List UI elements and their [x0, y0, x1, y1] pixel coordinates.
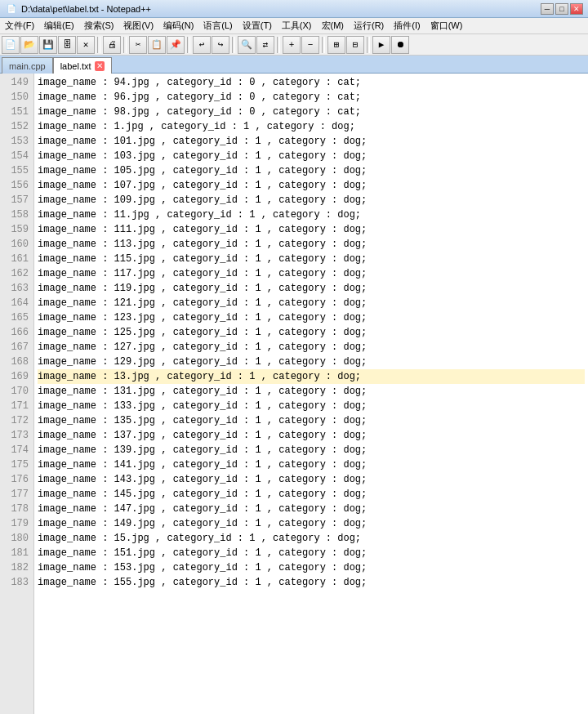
- code-line-179: image_name : 149.jpg , category_id : 1 ,…: [38, 516, 585, 531]
- menu-item-n[interactable]: 编码(N): [158, 18, 198, 33]
- title-controls: ─ □ ✕: [541, 3, 583, 15]
- code-line-174: image_name : 139.jpg , category_id : 1 ,…: [38, 443, 585, 457]
- code-line-175: image_name : 141.jpg , category_id : 1 ,…: [38, 457, 585, 472]
- title-bar: 📄 D:\data\pet\label.txt - Notepad++ ─ □ …: [0, 0, 588, 18]
- line-number-178: 178: [0, 502, 33, 516]
- menu-item-t[interactable]: 设置(T): [238, 18, 277, 33]
- close-button2[interactable]: ✕: [77, 36, 95, 54]
- tab-bar: main.cpp label.txt ✕: [0, 56, 588, 74]
- zoom-in-button[interactable]: +: [283, 36, 301, 54]
- copy-button[interactable]: 📋: [148, 36, 166, 54]
- line-number-161: 161: [0, 252, 33, 266]
- menu-item-x[interactable]: 工具(X): [277, 18, 317, 33]
- code-line-170: image_name : 131.jpg , category_id : 1 ,…: [38, 384, 585, 399]
- line-number-171: 171: [0, 399, 33, 413]
- new-button[interactable]: 📄: [2, 36, 20, 54]
- line-number-151: 151: [0, 105, 33, 119]
- undo-button[interactable]: ↩: [193, 36, 211, 54]
- menu-item-l[interactable]: 语言(L): [198, 18, 237, 33]
- line-number-166: 166: [0, 325, 33, 340]
- line-number-168: 168: [0, 355, 33, 369]
- replace-button[interactable]: ⇄: [256, 36, 274, 54]
- tab-label-txt-label: label.txt: [60, 61, 91, 71]
- line-number-173: 173: [0, 428, 33, 443]
- code-area: 1491501511521531541551561571581591601611…: [0, 74, 588, 714]
- line-number-176: 176: [0, 472, 33, 487]
- code-line-157: image_name : 109.jpg , category_id : 1 ,…: [38, 193, 585, 208]
- title-text: D:\data\pet\label.txt - Notepad++: [21, 4, 541, 14]
- menu-item-e[interactable]: 编辑(E): [39, 18, 79, 33]
- line-number-177: 177: [0, 487, 33, 502]
- line-number-175: 175: [0, 457, 33, 472]
- code-line-165: image_name : 123.jpg , category_id : 1 ,…: [38, 310, 585, 325]
- code-line-149: image_name : 94.jpg , category_id : 0 , …: [38, 75, 585, 90]
- line-number-158: 158: [0, 208, 33, 222]
- menu-item-i[interactable]: 插件(I): [389, 18, 425, 33]
- line-number-150: 150: [0, 90, 33, 105]
- redo-button[interactable]: ↪: [212, 36, 229, 54]
- tab-main-cpp-label: main.cpp: [9, 61, 46, 71]
- line-number-180: 180: [0, 531, 33, 546]
- sep4: [232, 37, 235, 53]
- toolbar: 📄 📂 💾 🗄 ✕ 🖨 ✂ 📋 📌 ↩ ↪ 🔍 ⇄ + − ⊞ ⊟ ▶ ⏺: [0, 34, 588, 56]
- line-number-152: 152: [0, 119, 33, 134]
- close-button[interactable]: ✕: [570, 3, 583, 15]
- code-line-158: image_name : 11.jpg , category_id : 1 , …: [38, 208, 585, 222]
- minimize-button[interactable]: ─: [541, 3, 554, 15]
- line-number-174: 174: [0, 443, 33, 457]
- view2-button[interactable]: ⊟: [346, 36, 364, 54]
- code-line-173: image_name : 137.jpg , category_id : 1 ,…: [38, 428, 585, 443]
- line-number-172: 172: [0, 413, 33, 428]
- menu-bar: 文件(F)编辑(E)搜索(S)视图(V)编码(N)语言(L)设置(T)工具(X)…: [0, 18, 588, 34]
- code-line-182: image_name : 153.jpg , category_id : 1 ,…: [38, 560, 585, 575]
- tab-label-txt-close[interactable]: ✕: [95, 61, 105, 71]
- code-content[interactable]: image_name : 94.jpg , category_id : 0 , …: [34, 74, 588, 714]
- code-line-183: image_name : 155.jpg , category_id : 1 ,…: [38, 575, 585, 590]
- line-number-154: 154: [0, 149, 33, 163]
- line-numbers: 1491501511521531541551561571581591601611…: [0, 74, 34, 714]
- code-line-154: image_name : 103.jpg , category_id : 1 ,…: [38, 149, 585, 163]
- macro-button[interactable]: ▶: [372, 36, 390, 54]
- print-button[interactable]: 🖨: [103, 36, 121, 54]
- menu-item-r[interactable]: 运行(R): [349, 18, 389, 33]
- open-button[interactable]: 📂: [20, 36, 38, 54]
- line-number-164: 164: [0, 296, 33, 310]
- tab-main-cpp[interactable]: main.cpp: [2, 57, 53, 74]
- line-number-155: 155: [0, 163, 33, 178]
- view1-button[interactable]: ⊞: [327, 36, 345, 54]
- line-number-181: 181: [0, 546, 33, 560]
- code-line-151: image_name : 98.jpg , category_id : 0 , …: [38, 105, 585, 119]
- tab-label-txt[interactable]: label.txt ✕: [53, 57, 112, 74]
- sep7: [367, 37, 370, 53]
- cut-button[interactable]: ✂: [129, 36, 147, 54]
- sep1: [97, 37, 100, 53]
- sep5: [277, 37, 280, 53]
- code-line-171: image_name : 133.jpg , category_id : 1 ,…: [38, 399, 585, 413]
- zoom-out-button[interactable]: −: [301, 36, 319, 54]
- maximize-button[interactable]: □: [555, 3, 568, 15]
- line-number-159: 159: [0, 222, 33, 237]
- menu-item-v[interactable]: 视图(V): [118, 18, 158, 33]
- code-line-181: image_name : 151.jpg , category_id : 1 ,…: [38, 546, 585, 560]
- line-number-149: 149: [0, 75, 33, 90]
- code-line-177: image_name : 145.jpg , category_id : 1 ,…: [38, 487, 585, 502]
- find-button[interactable]: 🔍: [238, 36, 256, 54]
- save-button[interactable]: 💾: [39, 36, 57, 54]
- menu-item-s[interactable]: 搜索(S): [79, 18, 119, 33]
- code-line-166: image_name : 125.jpg , category_id : 1 ,…: [38, 325, 585, 340]
- sep3: [187, 37, 190, 53]
- line-number-167: 167: [0, 340, 33, 355]
- line-number-157: 157: [0, 193, 33, 208]
- menu-item-m[interactable]: 宏(M): [317, 18, 350, 33]
- line-number-179: 179: [0, 516, 33, 531]
- paste-button[interactable]: 📌: [167, 36, 185, 54]
- code-line-168: image_name : 129.jpg , category_id : 1 ,…: [38, 355, 585, 369]
- save-all-button[interactable]: 🗄: [58, 36, 76, 54]
- line-number-182: 182: [0, 560, 33, 575]
- menu-item-f[interactable]: 文件(F): [0, 18, 39, 33]
- menu-item-w[interactable]: 窗口(W): [425, 18, 468, 33]
- macro-rec-button[interactable]: ⏺: [391, 36, 409, 54]
- line-number-165: 165: [0, 310, 33, 325]
- line-number-169: 169: [0, 369, 33, 384]
- code-line-161: image_name : 115.jpg , category_id : 1 ,…: [38, 252, 585, 266]
